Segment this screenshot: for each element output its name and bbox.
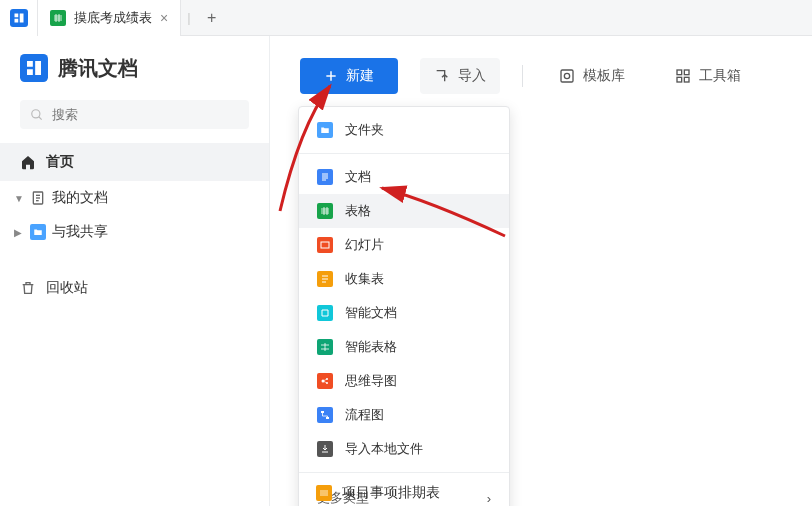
folder-icon	[317, 122, 333, 138]
dd-label: 表格	[345, 202, 371, 220]
svg-line-4	[39, 116, 42, 119]
brand-name: 腾讯文档	[58, 55, 138, 82]
chevron-right-icon: ›	[487, 491, 491, 506]
dd-label: 智能表格	[345, 338, 397, 356]
dd-item-doc[interactable]: 文档	[299, 160, 509, 194]
svg-rect-2	[20, 54, 48, 82]
dd-label: 流程图	[345, 406, 384, 424]
smartsheet-icon	[317, 339, 333, 355]
brand: 腾讯文档	[0, 54, 269, 100]
caret-right-icon[interactable]: ▶	[14, 227, 24, 238]
content-area: 新建 导入 模板库 工具箱 文件夹	[270, 36, 812, 506]
toolbar: 新建 导入 模板库 工具箱	[270, 36, 812, 94]
divider	[522, 65, 523, 87]
sidebar-label: 我的文档	[52, 189, 108, 207]
sidebar-label: 回收站	[46, 279, 88, 297]
new-dropdown: 文件夹 文档 表格 幻灯片 收集表 智能文档	[298, 106, 510, 506]
svg-rect-14	[684, 70, 689, 75]
svg-rect-22	[326, 417, 329, 419]
sheet-icon	[317, 203, 333, 219]
dd-label: 智能文档	[345, 304, 397, 322]
svg-rect-15	[677, 77, 682, 82]
smartdoc-icon	[317, 305, 333, 321]
slide-icon	[317, 237, 333, 253]
folder-icon	[30, 224, 46, 240]
doc-icon	[317, 169, 333, 185]
import-file-icon	[317, 441, 333, 457]
sidebar-item-mydocs[interactable]: ▼ 我的文档	[0, 181, 269, 215]
dd-label: 文件夹	[345, 121, 384, 139]
svg-rect-21	[321, 411, 324, 413]
template-icon	[559, 68, 575, 84]
svg-rect-11	[561, 70, 573, 82]
list-item[interactable]: 项目事项排期表	[270, 474, 458, 502]
tab-title: 摸底考成绩表	[74, 9, 152, 27]
sidebar-label: 首页	[46, 153, 74, 171]
sheet-icon	[316, 485, 332, 501]
dd-label: 幻灯片	[345, 236, 384, 254]
dd-item-collect[interactable]: 收集表	[299, 262, 509, 296]
toolbox-button[interactable]: 工具箱	[661, 58, 755, 94]
dd-label: 收集表	[345, 270, 384, 288]
sheet-icon	[50, 10, 66, 26]
sidebar: 腾讯文档 首页 ▼ 我的文档 ▶ 与我共享 回收站	[0, 36, 270, 506]
svg-rect-16	[684, 77, 689, 82]
svg-rect-0	[10, 9, 28, 27]
close-icon[interactable]: ×	[160, 10, 168, 26]
dd-item-smartdoc[interactable]: 智能文档	[299, 296, 509, 330]
doc-icon	[30, 190, 46, 206]
templates-label: 模板库	[583, 67, 625, 85]
svg-point-3	[32, 109, 40, 117]
browser-tabbar: 摸底考成绩表 × | +	[0, 0, 812, 36]
dd-item-folder[interactable]: 文件夹	[299, 113, 509, 147]
new-label: 新建	[346, 67, 374, 85]
dd-label: 思维导图	[345, 372, 397, 390]
svg-point-12	[564, 73, 569, 78]
flow-icon	[317, 407, 333, 423]
dd-item-slide[interactable]: 幻灯片	[299, 228, 509, 262]
home-icon	[20, 154, 36, 170]
separator	[299, 472, 509, 473]
dd-label: 文档	[345, 168, 371, 186]
sidebar-label: 与我共享	[52, 223, 108, 241]
mindmap-icon	[317, 373, 333, 389]
new-tab-button[interactable]: +	[197, 9, 227, 27]
caret-down-icon[interactable]: ▼	[14, 193, 24, 204]
dd-item-sheet[interactable]: 表格	[299, 194, 509, 228]
import-label: 导入	[458, 67, 486, 85]
browser-tab[interactable]: 摸底考成绩表 ×	[38, 0, 181, 36]
svg-rect-17	[321, 242, 329, 248]
plus-icon	[324, 69, 338, 83]
brand-icon	[20, 54, 48, 82]
search-icon	[30, 108, 44, 122]
svg-rect-13	[677, 70, 682, 75]
search-input[interactable]	[52, 107, 239, 122]
collect-icon	[317, 271, 333, 287]
dd-item-mindmap[interactable]: 思维导图	[299, 364, 509, 398]
toolbox-label: 工具箱	[699, 67, 741, 85]
import-icon	[434, 68, 450, 84]
import-button[interactable]: 导入	[420, 58, 500, 94]
new-button[interactable]: 新建	[300, 58, 398, 94]
sidebar-item-home[interactable]: 首页	[0, 143, 269, 181]
search-box[interactable]	[20, 100, 249, 129]
list-item-label: 项目事项排期表	[342, 484, 440, 502]
dd-item-flow[interactable]: 流程图	[299, 398, 509, 432]
separator	[299, 153, 509, 154]
sidebar-item-trash[interactable]: 回收站	[0, 269, 269, 307]
dd-item-import-local[interactable]: 导入本地文件	[299, 432, 509, 466]
toolbox-icon	[675, 68, 691, 84]
app-logo-tab[interactable]	[0, 0, 38, 36]
sidebar-item-shared[interactable]: ▶ 与我共享	[0, 215, 269, 249]
dd-label: 导入本地文件	[345, 440, 423, 458]
trash-icon	[20, 280, 36, 296]
dd-item-smartsheet[interactable]: 智能表格	[299, 330, 509, 364]
templates-button[interactable]: 模板库	[545, 58, 639, 94]
